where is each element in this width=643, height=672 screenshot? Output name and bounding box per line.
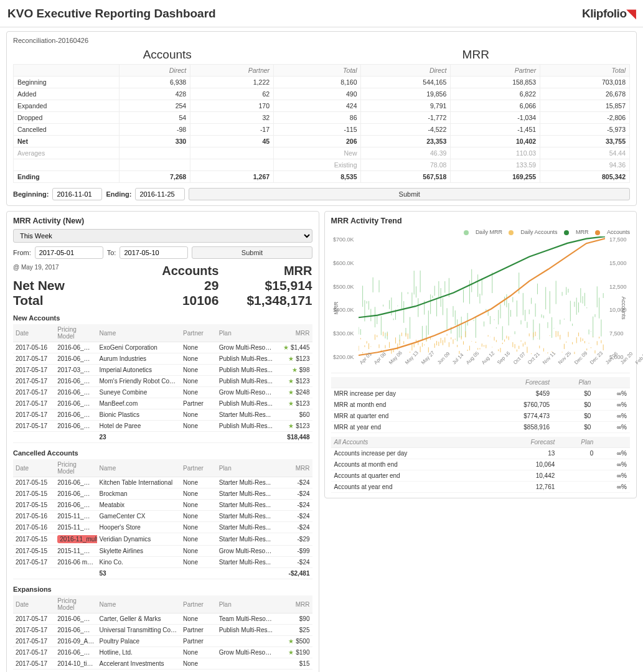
chart-legend: Daily MRR Daily Accounts MRR Accounts (331, 229, 631, 235)
reconciliation-panel: Reconciliation-20160426 Accounts MRR Dir… (6, 31, 637, 206)
trend-chart: MRR Accounts $700.0K$600.0K$500.0K$400.0… (331, 236, 631, 373)
new-accounts-table: DatePricing ModelNamePartnerPlanMRR2017-… (13, 324, 312, 443)
col-mrr: MRR (218, 264, 312, 278)
top-bar: KVO Executive Reporting Dashboard Klipfo… (0, 0, 643, 27)
table-row[interactable]: 2017-05-152016-06_multiRe...Kitchen Tabl… (13, 477, 312, 488)
total-mrr: $1,348,171 (218, 293, 312, 308)
net-new-mrr: $15,914 (218, 278, 312, 293)
from-input[interactable] (35, 246, 103, 259)
brand-logo: Klipfolio◥ (582, 6, 636, 21)
table-row[interactable]: 2017-05-172016-06_multiRe...Hotline, Ltd… (13, 647, 312, 658)
star-icon: ★ (288, 389, 296, 396)
table-row[interactable]: 2017-05-172016-06_multiRe...ManBeef.comP… (13, 398, 312, 409)
accounts-heading: Accounts (13, 48, 322, 62)
trend-title: MRR Activity Trend (331, 217, 631, 225)
total-accounts: 10106 (125, 293, 218, 308)
table-row[interactable]: 2017-05-172014-10_tiered-s...Accelerant … (13, 658, 312, 670)
star-icon: ★ (288, 355, 296, 362)
forecast-mrr-table: ForecastPlanMRR increase per day$459$0∞%… (331, 377, 631, 433)
table-row[interactable]: 2017-05-162016-06_multiRe...ExoGeni Corp… (13, 342, 312, 353)
beginning-label: Beginning: (13, 190, 49, 198)
forecast-accounts-table: All AccountsForecastPlanAccounts increas… (331, 437, 631, 493)
ending-label: Ending: (106, 190, 131, 198)
table-row[interactable]: 2017-05-172016-06 multiRe...Kino Co.None… (13, 557, 312, 568)
table-row[interactable]: 2017-05-162015-11_multiRe...Hooper's Sto… (13, 522, 312, 533)
star-icon: ★ (283, 344, 291, 351)
recon-title: Reconciliation-20160426 (13, 37, 630, 44)
activity-submit-button[interactable]: Submit (192, 246, 312, 259)
table-row[interactable]: 2017-05-152016-06_multiRe...BrockmanNone… (13, 488, 312, 500)
table-row[interactable]: 2017-05-162015-11_multiRe...GameCenter C… (13, 511, 312, 522)
range-select[interactable]: This Week (13, 229, 312, 243)
table-row[interactable]: 2017-05-152015-11_multiRe...Skylette Air… (13, 546, 312, 557)
beginning-input[interactable] (52, 188, 102, 200)
to-label: To: (107, 249, 116, 256)
col-accounts: Accounts (125, 264, 218, 278)
page-title: KVO Executive Reporting Dashboard (7, 7, 216, 21)
recon-submit-button[interactable]: Submit (189, 188, 630, 200)
new-accounts-heading: New Accounts (13, 314, 312, 322)
table-row[interactable]: 2017-05-172016-06_multiRe...Suneye Combi… (13, 387, 312, 398)
star-icon: ★ (288, 378, 296, 385)
table-row[interactable]: 2017-05-152016-06_multiRe...MeatabixNone… (13, 500, 312, 511)
trend-panel: MRR Activity Trend Daily MRR Daily Accou… (324, 211, 637, 498)
activity-title: MRR Activity (New) (13, 217, 312, 225)
table-row[interactable]: 2017-05-172016-06_multiRe...Hotel de Par… (13, 421, 312, 432)
to-input[interactable] (120, 246, 188, 259)
star-icon: ★ (288, 422, 296, 429)
table-row[interactable]: 2017-05-172016-06_multiRe...Mom's Friend… (13, 376, 312, 387)
total-label: Total (13, 293, 125, 308)
ending-input[interactable] (135, 188, 185, 200)
star-icon: ★ (288, 400, 296, 407)
from-label: From: (13, 249, 31, 256)
table-row[interactable]: 2017-05-172014-10_tiered-s...Dream ParkN… (13, 670, 312, 673)
recon-table: DirectPartnerTotalDirectPartnerTotal Beg… (13, 64, 630, 183)
star-icon: ★ (288, 649, 296, 656)
cancelled-heading: Cancelled Accounts (13, 449, 312, 457)
star-icon: ★ (292, 366, 299, 373)
expansions-table: DatePricing ModelNamePartnerPlanMRR2017-… (13, 595, 312, 672)
expansions-heading: Expansions (13, 586, 312, 593)
table-row[interactable]: 2017-05-172017-03_multiRe...Imperial Aut… (13, 365, 312, 376)
star-icon: ★ (288, 638, 296, 645)
net-new-label: Net New (13, 278, 125, 293)
table-row[interactable]: 2017-05-172016-06_multiRe...Universal Tr… (13, 625, 312, 636)
table-row[interactable]: 2017-05-152016-11_multiRe...Veridian Dyn… (13, 533, 312, 546)
table-row[interactable]: 2017-05-172016-06_multiRe...Bionic Plast… (13, 409, 312, 421)
cancelled-table: DatePricing ModelNamePartnerPlanMRR2017-… (13, 459, 312, 579)
table-row[interactable]: 2017-05-172016-06_multiRe...Aurum Indust… (13, 353, 312, 365)
net-new-accounts: 29 (125, 278, 218, 293)
mrr-heading: MRR (322, 48, 631, 62)
as-of-timestamp: @ May 19, 2017 (13, 264, 125, 277)
table-row[interactable]: 2017-05-172016-09_Agency...Poultry Palac… (13, 636, 312, 647)
mrr-activity-panel: MRR Activity (New) This Week From: To: S… (6, 211, 319, 672)
table-row[interactable]: 2017-05-172016-06_multiRe...Carter, Gell… (13, 614, 312, 625)
